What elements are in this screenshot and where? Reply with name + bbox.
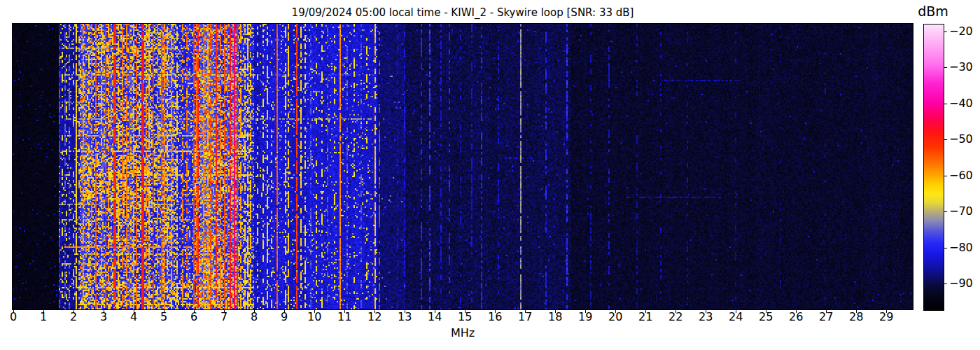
x-axis-tick-label: 0 — [1, 311, 26, 323]
x-axis-tick-label: 6 — [181, 311, 206, 323]
colorbar-tick — [944, 211, 947, 212]
x-axis-tick-label: 21 — [633, 311, 658, 323]
x-axis-tick-label: 27 — [813, 311, 839, 323]
colorbar-tick — [944, 104, 947, 104]
x-axis-tick-label: 23 — [693, 311, 718, 323]
colorbar-tick — [944, 176, 947, 176]
colorbar-tick — [944, 284, 947, 284]
x-axis-tick-label: 18 — [542, 311, 568, 323]
x-axis-tick-label: 12 — [362, 311, 387, 323]
colorbar-tick — [944, 67, 947, 68]
x-axis-tick-label: 9 — [272, 311, 297, 323]
colorbar-tick-label: −60 — [949, 169, 973, 183]
x-axis-tick-label: 1 — [31, 311, 56, 323]
x-axis-tick-label: 25 — [753, 311, 778, 323]
figure-root: 19/09/2024 05:00 local time - KIWI_2 - S… — [0, 0, 980, 350]
x-axis-tick-label: 5 — [151, 311, 176, 323]
x-axis-tick-label: 7 — [211, 311, 237, 323]
colorbar-tick-label: −40 — [949, 97, 973, 111]
colorbar-tick — [944, 139, 947, 140]
x-axis-tick-label: 22 — [663, 311, 688, 323]
colorbar-canvas — [924, 24, 944, 310]
x-axis-tick-label: 8 — [241, 311, 267, 323]
colorbar-tick-label: −50 — [949, 132, 973, 146]
x-axis-tick-label: 10 — [302, 311, 327, 323]
x-axis-tick-label: 14 — [422, 311, 447, 323]
plot-area — [12, 23, 913, 310]
x-axis-tick-label: 13 — [392, 311, 417, 323]
colorbar-tick-label: −20 — [949, 24, 973, 38]
x-axis-tick-label: 19 — [573, 311, 598, 323]
colorbar-tick-label: −90 — [949, 276, 973, 290]
x-axis-tick-label: 28 — [844, 311, 869, 323]
x-axis-tick-label: 15 — [452, 311, 477, 323]
x-axis-tick-label: 20 — [603, 311, 628, 323]
x-axis-tick-label: 26 — [783, 311, 808, 323]
x-axis-label: MHz — [12, 327, 913, 340]
x-axis-tick-label: 11 — [332, 311, 357, 323]
spectrogram-canvas — [13, 24, 913, 309]
x-axis-tick-label: 29 — [874, 311, 899, 323]
x-axis-tick-label: 2 — [61, 311, 86, 323]
x-axis-tick-label: 17 — [512, 311, 538, 323]
x-axis-tick-label: 4 — [121, 311, 146, 323]
colorbar-tick-label: −70 — [949, 204, 973, 218]
colorbar-title: dBm — [916, 4, 951, 19]
colorbar-tick — [944, 31, 947, 32]
x-axis-tick-label: 16 — [482, 311, 507, 323]
colorbar-tick-label: −30 — [949, 60, 973, 74]
colorbar-tick — [944, 248, 947, 248]
chart-title: 19/09/2024 05:00 local time - KIWI_2 - S… — [12, 6, 913, 19]
colorbar — [923, 24, 944, 311]
x-axis-tick-label: 24 — [723, 311, 748, 323]
x-axis-tick-label: 3 — [91, 311, 116, 323]
colorbar-tick-label: −80 — [949, 241, 973, 255]
